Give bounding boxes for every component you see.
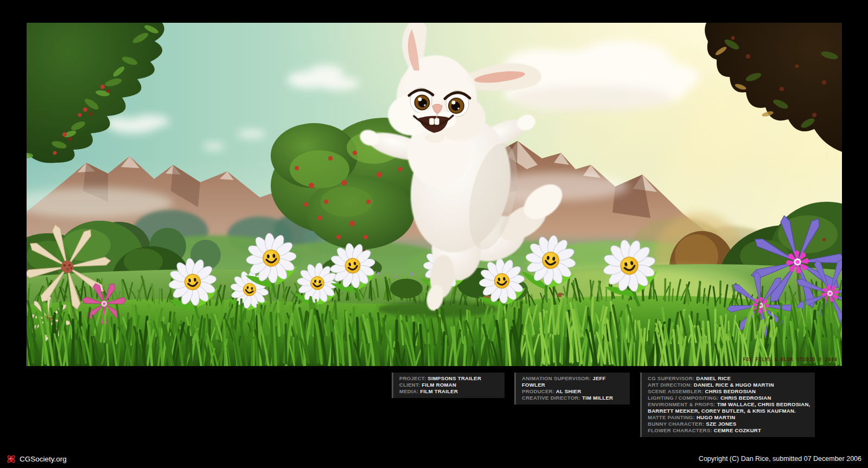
- credits-production-block: ANIMATION SUPERVISOR: JEFF FOWLERPRODUCE…: [514, 373, 630, 405]
- site-name: CGSociety.org: [20, 455, 67, 463]
- credits-crew-block: CG SUPERVISOR: DANIEL RICEART DIRECTION:…: [640, 373, 815, 437]
- credit-row: CLIENT: FILM ROMAN: [399, 382, 500, 388]
- page: { "artwork": { "subject": "white cartoon…: [0, 0, 868, 468]
- credit-row: BUNNY CHARACTER: SZE JONES: [648, 421, 810, 427]
- copyright-text: Copyright (C) Dan Rice, submitted 07 Dec…: [699, 455, 861, 463]
- credits-project-block: PROJECT: SIMPSONS TRAILERCLIENT: FILM RO…: [392, 373, 505, 398]
- credit-row: PRODUCER: AL SHIER: [522, 388, 626, 395]
- credit-row: MATTE PAINTING: HUGO MARTIN: [648, 414, 810, 421]
- credit-row: MEDIA: FILM TRAILER: [399, 388, 500, 395]
- artwork-image: FOX FILMS & BLUR STUDIO @ 2006: [27, 23, 842, 366]
- footer-bar: CGSociety.org Copyright (C) Dan Rice, su…: [0, 450, 868, 468]
- site-link[interactable]: CGSociety.org: [7, 454, 67, 464]
- cgsociety-logo-icon: [7, 454, 16, 464]
- credit-row: PROJECT: SIMPSONS TRAILER: [399, 375, 500, 382]
- credit-row: LIGHTING / COMPOSITING: CHRIS BEDROSIAN: [648, 395, 810, 401]
- credit-row: FLOWER CHARACTERS: CEMRE COZKURT: [648, 427, 810, 434]
- credit-row: SCENE ASSEMBLER: CHRIS BEDROSIAN: [648, 388, 810, 395]
- credit-row: ART DIRECTION: DANIEL RICE & HUGO MARTIN: [648, 382, 810, 388]
- bunny-meadow-scene: [27, 23, 842, 366]
- image-watermark: FOX FILMS & BLUR STUDIO @ 2006: [743, 357, 838, 362]
- credit-row: CREATIVE DIRECTOR: TIM MILLER: [522, 395, 626, 401]
- credit-row: ENVIRONMENT & PROPS: TIM WALLACE, CHRIS …: [648, 401, 810, 414]
- credit-row: ANIMATION SUPERVISOR: JEFF FOWLER: [522, 375, 626, 388]
- credit-row: CG SUPERVISOR: DANIEL RICE: [648, 375, 810, 382]
